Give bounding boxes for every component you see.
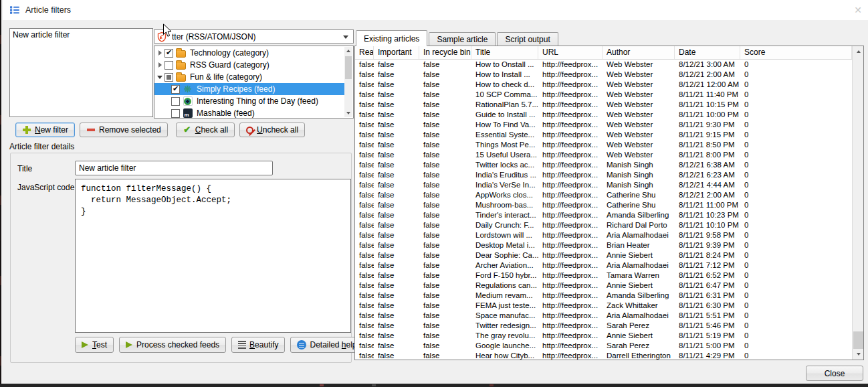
tree-checkbox[interactable] [165,61,173,70]
article-row[interactable]: falsefalsefalseHear how Cityb...http://f… [355,351,852,360]
column-header-important[interactable]: Important [374,46,419,59]
column-header-read[interactable]: Read [355,46,374,59]
button-label: Test [92,340,107,350]
cell-score: 0 [740,291,852,301]
mashable-icon [182,108,193,119]
cell-url: http://feedprox... [538,311,603,321]
article-row[interactable]: falsefalsefalseThings Most Pe...http://f… [355,140,852,150]
tree-checkbox[interactable] [171,85,180,94]
expand-arrow-icon[interactable] [156,62,163,68]
expand-arrow-icon[interactable] [156,50,163,56]
beautify-button[interactable]: Beautify [231,337,285,353]
cell-read: false [355,180,374,190]
article-row[interactable]: falsefalsefalseRationalPlan 5.7...http:/… [355,100,852,110]
tab-sample-article[interactable]: Sample article [429,32,496,46]
article-row[interactable]: falsefalsefalseIndia's VerSe In...http:/… [355,180,852,190]
scroll-down-icon[interactable] [853,349,864,360]
scrollbar-thumb[interactable] [345,56,352,79]
close-button[interactable]: Close [806,366,863,381]
tree-item-mashable-feed[interactable]: Mashable (feed) [154,107,344,119]
uncheck-all-button[interactable]: Uncheck all [239,123,305,137]
article-row[interactable]: falsefalsefalseHow To Find Va...http://f… [355,120,852,130]
column-header-url[interactable]: URL [538,46,603,59]
article-row[interactable]: falsefalsefalseFord F-150 hybr...http://… [355,270,852,281]
article-row[interactable]: falsefalsefalseRegulations can...http://… [355,281,852,291]
article-row[interactable]: falsefalsefalseHow to check d...http://f… [355,80,852,90]
article-row[interactable]: falsefalsefalseMushroom-bas...http://fee… [355,200,852,210]
tree-checkbox[interactable] [171,97,180,106]
cell-url: http://feedprox... [538,341,603,351]
tree-item-rss-guard-category[interactable]: RSS Guard (category) [154,59,344,71]
remove-selected-button[interactable]: Remove selected [80,123,168,137]
article-row[interactable]: falsefalsefalseTwitter locks ac...http:/… [355,160,852,170]
cell-author: Aria Alamalhodaei [603,260,675,270]
article-row[interactable]: falsefalsefalseTwitter redesign...http:/… [355,321,852,331]
scroll-down-icon[interactable] [344,109,352,117]
article-row[interactable]: falsefalsefalseTinder's interact...http:… [355,210,852,220]
folder-icon [175,72,187,82]
article-row[interactable]: falsefalsefalseDaily Crunch: F...http://… [355,220,852,230]
scroll-up-icon[interactable] [853,46,864,57]
process-checked-feeds-button[interactable]: Process checked feeds [119,337,226,353]
article-row[interactable]: falsefalsefalseGoogle launche...http://f… [355,341,852,351]
tree-item-label: Interesting Thing of the Day (feed) [197,96,318,106]
column-header-in-recycle-bin[interactable]: In recycle bin [419,46,471,59]
scrollbar-thumb[interactable] [853,331,863,349]
article-row[interactable]: falsefalsefalseGuide to Install ...http:… [355,110,852,120]
tree-checkbox[interactable] [165,49,173,58]
article-row[interactable]: falsefalsefalseAppWorks clos...http://fe… [355,190,852,200]
cell-important: false [374,240,419,250]
column-header-score[interactable]: Score [740,46,852,59]
cell-in-recycle-bin: false [419,240,471,250]
article-row[interactable]: falsefalsefalseLordstown will ...http://… [355,230,852,240]
collapse-arrow-icon[interactable] [156,74,163,80]
article-row[interactable]: falsefalsefalseEssential Syste...http://… [355,130,852,140]
article-row[interactable]: falsefalsefalseHow to Install ...http://… [355,70,852,80]
article-row[interactable]: falsefalsefalseDear Sophie: Ca...http://… [355,250,852,260]
tree-checkbox[interactable] [165,73,173,82]
article-row[interactable]: falsefalsefalseArcher Aviation...http://… [355,260,852,270]
check-all-button[interactable]: Check all [176,123,235,137]
button-label: Detailed help [310,340,356,350]
article-row[interactable]: falsefalsefalseIndia's Eruditus ...http:… [355,170,852,180]
tree-item-fun-life-category[interactable]: Fun & life (category) [154,71,344,83]
tree-item-simply-recipes-feed[interactable]: Simply Recipes (feed) [154,83,344,95]
column-header-author[interactable]: Author [603,46,675,59]
column-header-date[interactable]: Date [675,46,740,59]
article-row[interactable]: falsefalsefalseSpace manufac...http://fe… [355,311,852,321]
title-input[interactable] [75,161,273,175]
article-row[interactable]: falsefalsefalseThe gray revolu...http://… [355,331,852,341]
article-row[interactable]: falsefalsefalse15 Useful Usera...http://… [355,150,852,160]
tree-item-interesting-thing-of-the-day-feed[interactable]: Interesting Thing of the Day (feed) [154,95,344,107]
tree-item-technology-category[interactable]: Technology (category) [154,47,344,59]
filter-list-item[interactable]: New article filter [10,29,152,41]
cell-author: Brian Heater [603,240,675,250]
tree-scrollbar[interactable] [344,47,352,117]
article-row[interactable]: falsefalsefalse10 SCP Comma...http://fee… [355,90,852,100]
cell-title: Ford F-150 hybr... [471,270,538,281]
tree-checkbox[interactable] [171,109,180,118]
scroll-up-icon[interactable] [344,47,352,55]
article-row[interactable]: falsefalsefalseMedium revam...http://fee… [355,291,852,301]
detailed-help-button[interactable]: Detailed help [290,337,363,353]
column-header-title[interactable]: Title [471,46,538,59]
tab-script-output[interactable]: Script output [497,32,558,46]
article-row[interactable]: falsefalsefalseHow to Onstall ...http://… [355,60,852,70]
close-icon[interactable]: ✕ [851,4,865,16]
cell-title: AppWorks clos... [471,190,538,200]
javascript-code-editor[interactable]: function filterMessage() { return Messag… [75,179,351,333]
article-row[interactable]: falsefalsefalseDesktop Metal i...http://… [355,240,852,250]
test-button[interactable]: Test [75,337,114,353]
help-icon [297,340,306,350]
cell-important: false [374,130,419,140]
cell-author: Sarah Perez [603,341,675,351]
article-row[interactable]: falsefalsefalseFEMA just teste...http://… [355,301,852,311]
cell-url: http://feedprox... [538,60,603,70]
account-combobox[interactable]: tter (RSS/ATOM/JSON) [154,29,354,44]
filters-list[interactable]: New article filter [9,28,153,117]
tab-existing-articles[interactable]: Existing articles [356,30,427,46]
cell-in-recycle-bin: false [419,90,471,100]
new-filter-button[interactable]: New filter [15,123,75,137]
cell-title: Hear how Cityb... [471,351,538,360]
table-scrollbar[interactable] [852,46,863,360]
